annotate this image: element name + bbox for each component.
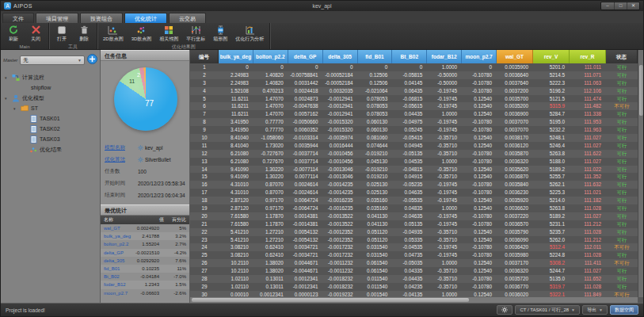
ribbon-button[interactable]: 删除: [74, 24, 94, 44]
stats-factor-link[interactable]: fodar_B12: [104, 281, 135, 288]
stats-column-header[interactable]: 值: [135, 216, 164, 224]
ribbon-button[interactable]: 2D散点图: [100, 24, 127, 44]
tree-item-st[interactable]: ▾ST: [3, 103, 97, 113]
table-row[interactable]: 192.871200.97170-0.0064724-0.00162350.03…: [190, 204, 638, 212]
table-row[interactable]: 10000001.000000.00359005201.0111.011可行: [190, 63, 638, 71]
table-row[interactable]: 126.21080-0.727670-0.0037714-0.0010456-0…: [190, 150, 638, 158]
tree-item-task01[interactable]: TASK01: [3, 113, 97, 124]
stats-row[interactable]: Bt_B02-0.04184-7.0%: [101, 273, 189, 281]
filter-select[interactable]: 无 ▼: [20, 55, 85, 65]
tree-item--[interactable]: ▾计算流程: [3, 72, 97, 82]
table-row[interactable]: 2710.21101.38020-0.0044671-0.00112320.06…: [190, 267, 638, 275]
column-header-moon-p2-7[interactable]: moon_p2.7: [462, 50, 497, 63]
table-row[interactable]: 149.410901.30220-0.0077114-0.0013046-0.0…: [190, 166, 638, 174]
stats-factor-link[interactable]: Bt_B02: [104, 273, 135, 281]
ribbon-button[interactable]: 相关性图: [156, 24, 181, 44]
horizontal-scrollbar[interactable]: [190, 297, 638, 303]
table-row[interactable]: 41.521080.4702130.00244180.0032035-0.021…: [190, 87, 638, 95]
column-header-wal-gt[interactable]: wal_GT: [497, 50, 533, 63]
stats-row[interactable]: fid_B010.1023511%: [101, 265, 189, 273]
ribbon-button[interactable]: 平行坐标: [183, 24, 208, 44]
tree-item-shipflow[interactable]: shipflow: [3, 82, 97, 93]
close-button[interactable]: ✕: [627, 2, 639, 10]
tab-4[interactable]: 优化统计: [124, 13, 167, 23]
tree-expander-icon[interactable]: ▾: [5, 96, 10, 101]
stats-factor-link[interactable]: delta_305: [104, 257, 135, 265]
vertical-scrollbar[interactable]: [638, 50, 643, 297]
column-header-bolton-p2-2[interactable]: bolton_p2.2: [253, 50, 288, 63]
table-row[interactable]: 164.310100.870700.0024614-0.00142350.025…: [190, 181, 638, 189]
ribbon-button[interactable]: 刷新: [3, 24, 24, 44]
table-row[interactable]: 118.410401.730200.00359440.00164440.0746…: [190, 142, 638, 150]
stats-factor-link[interactable]: delta_GP: [104, 249, 135, 257]
column-header-rev-v[interactable]: rev_V: [533, 50, 570, 63]
column-header-bt-b02[interactable]: Bt_B02: [392, 50, 427, 63]
stats-row[interactable]: moon_p2.7-0.06603-2.6%: [101, 289, 189, 297]
column-header--[interactable]: 编号: [190, 50, 219, 63]
table-row[interactable]: 253.082100.62410-0.0034721-0.00172320.03…: [190, 251, 638, 259]
table-row[interactable]: 174.310100.87070-0.0024614-0.00142350.02…: [190, 189, 638, 197]
ribbon-button[interactable]: 打开: [51, 24, 72, 44]
add-button[interactable]: [87, 53, 97, 67]
stats-row[interactable]: delta_3050.02929207.6%: [101, 257, 189, 265]
ribbon-button[interactable]: 关闭: [25, 24, 46, 44]
table-row[interactable]: 159.410901.302200.0077114-0.00130460.019…: [190, 173, 638, 181]
settings-button[interactable]: [497, 305, 513, 315]
vertical-scrollbar-thumb[interactable]: [639, 65, 643, 116]
tree-expander-icon[interactable]: ▾: [13, 106, 18, 111]
stats-factor-link[interactable]: bolton_p2.2: [104, 240, 135, 248]
table-row[interactable]: 182.871200.971700.0064724-0.00162350.035…: [190, 197, 638, 204]
tree-item-task03[interactable]: TASK03: [3, 134, 97, 144]
stats-factor-link[interactable]: fid_B01: [104, 265, 135, 273]
table-row[interactable]: 511.62111.470700.0024873-0.00129410.0780…: [190, 95, 638, 103]
table-row[interactable]: 32.249831.408200.0031442-0.000521840.125…: [190, 79, 638, 87]
export-button[interactable]: 导出 ▼: [582, 305, 608, 315]
column-header-fodar-b12[interactable]: fodar_B12: [427, 50, 462, 63]
tab-5[interactable]: 云交易: [169, 13, 206, 23]
table-row[interactable]: 291.021100.13011-0.0012341-0.00182320.01…: [190, 283, 638, 291]
table-row[interactable]: 300.000100.00123410.0000123-0.00192320.0…: [190, 291, 638, 297]
table-row[interactable]: 235.412101.27210-0.0054132-0.00123520.05…: [190, 236, 638, 244]
table-row[interactable]: 281.021100.130110.0012341-0.00182320.011…: [190, 275, 638, 283]
table-row[interactable]: 93.419500.777700.0060352-0.00153200.0601…: [190, 126, 638, 134]
tab-1[interactable]: 文件: [2, 13, 34, 23]
stats-factor-link[interactable]: bulk_ya_deg: [104, 232, 135, 240]
table-row[interactable]: 611.62111.47070-0.0047638-0.00129410.078…: [190, 102, 638, 110]
stats-factor-link[interactable]: moon_p2.7: [104, 289, 135, 297]
stats-row[interactable]: bolton_p2.21.552042.7%: [101, 240, 189, 248]
tab-2[interactable]: 项目管理: [36, 13, 78, 23]
stats-row[interactable]: wal_GT0.00249205%: [101, 224, 189, 232]
result-breadcrumb-button[interactable]: CT / TASK01 / 可行_28 ▼: [515, 305, 580, 315]
column-header-fid-b01[interactable]: fid_B01: [358, 50, 393, 63]
table-row[interactable]: 83.419500.77770-0.0050660-0.00153200.060…: [190, 118, 638, 126]
horizontal-scrollbar-thumb[interactable]: [192, 298, 469, 302]
task-field-label[interactable]: 模型名称: [105, 144, 138, 151]
data-space-button[interactable]: 数据空间: [610, 305, 638, 315]
table-row[interactable]: 207.615801.178700.0014381-0.00135220.041…: [190, 212, 638, 220]
stats-row[interactable]: bulk_ya_deg2.417883.2%: [101, 232, 189, 240]
stats-column-header[interactable]: 名称: [104, 216, 135, 224]
stats-row[interactable]: fodar_B121.23431.5%: [101, 281, 189, 288]
tree-item--[interactable]: ▾优化模型: [3, 93, 97, 103]
tree-expander-icon[interactable]: ▾: [5, 75, 10, 80]
table-row[interactable]: 225.412101.272100.0054132-0.00123520.051…: [190, 228, 638, 236]
table-row[interactable]: 243.082100.624100.0034721-0.00172320.031…: [190, 243, 638, 251]
table-row[interactable]: 2610.21101.380200.0044671-0.00112320.061…: [190, 259, 638, 267]
maximize-button[interactable]: □: [614, 2, 627, 10]
stats-row[interactable]: delta_GP-0.0021510-4.2%: [101, 249, 189, 257]
column-header--[interactable]: 状态: [606, 50, 638, 63]
task-field-label[interactable]: 优化算法: [105, 156, 138, 163]
ribbon-button[interactable]: 箱形图: [210, 24, 231, 44]
tab-3[interactable]: 投资组合: [80, 13, 123, 23]
table-row[interactable]: 217.615801.17870-0.0014381-0.00135220.04…: [190, 220, 638, 228]
table-row[interactable]: 136.210800.7276700.0037714-0.00104560.04…: [190, 158, 638, 166]
column-header-delta-gp[interactable]: delta_GP: [288, 50, 323, 63]
minimize-button[interactable]: –: [601, 2, 614, 10]
table-row[interactable]: 22.249831.40820-0.00758841-0.000521840.1…: [190, 71, 638, 79]
column-header-rev-r[interactable]: rev_R: [570, 50, 606, 63]
ribbon-button[interactable]: 3D散点图: [128, 24, 155, 44]
stats-column-header[interactable]: 百分比: [164, 216, 186, 224]
column-header-bulk-ya-deg[interactable]: bulk_ya_deg: [219, 50, 253, 63]
ribbon-button[interactable]: 优化行为分析: [232, 24, 267, 44]
column-header-delta-305[interactable]: delta_305: [323, 50, 358, 63]
